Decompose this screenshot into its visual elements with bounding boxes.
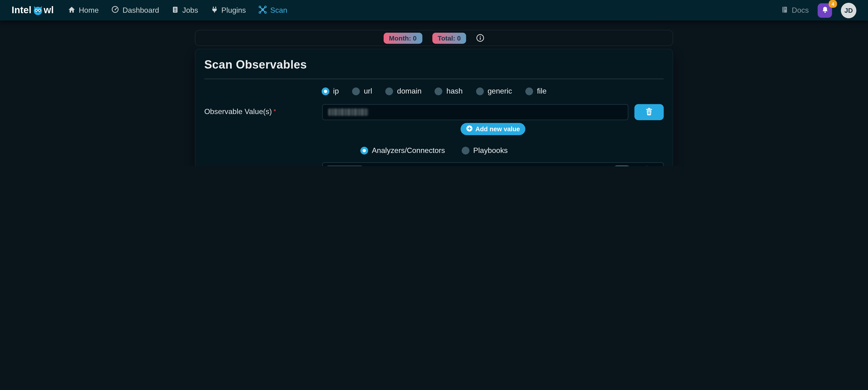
top-navbar: Intel wl <box>0 0 868 21</box>
observable-type-radio-group: ip url domain hash generic file <box>204 87 664 95</box>
notification-count-badge: 4 <box>829 0 837 7</box>
page-title: Scan Observables <box>204 58 664 71</box>
notifications-button[interactable]: 4 <box>817 3 832 18</box>
plus-circle-icon <box>466 125 472 133</box>
mode-radio-playbooks[interactable]: Playbooks <box>462 146 508 154</box>
radio-icon <box>435 87 443 95</box>
observable-value-input[interactable] <box>322 104 628 120</box>
delete-value-button[interactable] <box>634 104 664 120</box>
control-divider <box>647 166 647 166</box>
select-analyzers-label: Select Analyzers <box>204 162 322 166</box>
owl-logo-icon <box>33 5 43 15</box>
plugins-plug-icon <box>211 6 218 15</box>
type-radio-domain[interactable]: domain <box>385 87 422 95</box>
add-new-value-button[interactable]: Add new value <box>461 123 526 135</box>
scan-observables-card: Scan Observables ip url domain hash <box>195 49 673 166</box>
nav-item-dashboard[interactable]: Dashboard <box>112 5 159 15</box>
docs-link[interactable]: Docs <box>781 6 809 15</box>
navbar-right: Docs 4 JD <box>781 3 857 18</box>
nav-item-jobs[interactable]: Jobs <box>172 5 198 15</box>
home-icon <box>68 6 75 15</box>
intelowl-scan-page: Intel wl <box>0 0 868 166</box>
plugin-mode-radio-group: Analyzers/Connectors Playbooks <box>204 146 664 154</box>
user-avatar[interactable]: JD <box>841 3 857 18</box>
analyzers-count-badge: 1/64 <box>613 166 631 166</box>
type-radio-ip[interactable]: ip <box>321 87 339 95</box>
redacted-value-blur <box>328 109 368 116</box>
book-icon <box>781 6 788 15</box>
radio-icon <box>476 87 484 95</box>
total-count-badge: Total: 0 <box>432 32 466 43</box>
brand-text-suffix: wl <box>44 5 54 16</box>
observable-value-label: Observable Value(s)* <box>204 104 322 135</box>
month-count-badge: Month: 0 <box>383 32 422 43</box>
nav-item-home[interactable]: Home <box>68 5 99 15</box>
radio-icon <box>525 87 533 95</box>
type-radio-generic[interactable]: generic <box>476 87 512 95</box>
trash-icon <box>645 107 653 117</box>
nav-item-plugins[interactable]: Plugins <box>211 5 246 15</box>
dashboard-gauge-icon <box>112 6 119 15</box>
radio-icon <box>385 87 393 95</box>
nav-label: Scan <box>270 6 287 14</box>
select-analyzers-row: Select Analyzers Crowdsec 1/64 × Default… <box>204 162 664 166</box>
required-asterisk: * <box>274 108 276 115</box>
type-radio-file[interactable]: file <box>525 87 547 95</box>
nav-label: Jobs <box>182 6 198 14</box>
type-radio-hash[interactable]: hash <box>435 87 463 95</box>
quota-info-icon[interactable] <box>476 34 485 42</box>
radio-icon <box>360 147 368 154</box>
docs-label: Docs <box>792 6 809 14</box>
brand-logo[interactable]: Intel wl <box>11 5 54 16</box>
radio-icon <box>462 147 469 154</box>
brand-text-prefix: Intel <box>11 5 31 16</box>
scan-drone-icon <box>259 5 267 15</box>
nav-item-scan[interactable]: Scan <box>259 5 287 15</box>
nav-label: Plugins <box>221 6 246 14</box>
radio-icon <box>321 87 329 95</box>
quota-stats-bar: Month: 0 Total: 0 <box>195 30 673 46</box>
jobs-data-icon <box>172 6 179 15</box>
nav-label: Dashboard <box>123 6 159 14</box>
selected-analyzer-tag: Crowdsec <box>327 166 363 166</box>
main-nav: Home Dashboard <box>68 5 287 15</box>
mode-radio-analyzers-connectors[interactable]: Analyzers/Connectors <box>360 146 445 154</box>
title-divider <box>204 79 664 79</box>
bell-icon <box>821 6 829 15</box>
nav-label: Home <box>79 6 99 14</box>
observable-value-row: Observable Value(s)* <box>204 104 664 135</box>
radio-icon <box>352 87 360 95</box>
type-radio-url[interactable]: url <box>352 87 372 95</box>
analyzers-multiselect[interactable]: Crowdsec 1/64 × <box>322 162 664 166</box>
